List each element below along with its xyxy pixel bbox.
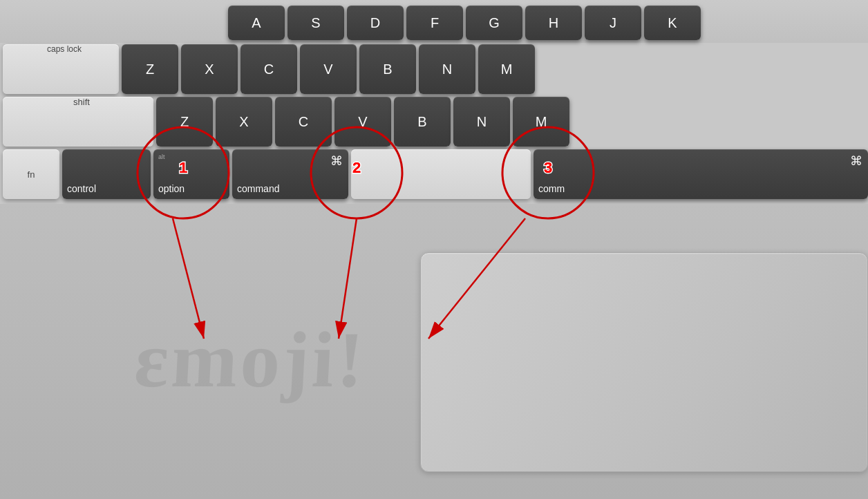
key-K[interactable]: K	[644, 6, 701, 40]
key-control[interactable]: control	[62, 149, 151, 199]
key-C2[interactable]: C	[275, 97, 332, 147]
key-A[interactable]: A	[228, 6, 285, 40]
key-D[interactable]: D	[347, 6, 404, 40]
key-shift[interactable]: shift	[3, 97, 153, 147]
key-C[interactable]: C	[240, 44, 297, 94]
fn-label: fn	[28, 169, 35, 180]
key-H[interactable]: H	[525, 6, 582, 40]
alt-label: alt	[158, 153, 165, 160]
key-X2[interactable]: X	[216, 97, 272, 147]
key-G[interactable]: G	[466, 6, 522, 40]
caps-lock-label: caps lock	[47, 44, 82, 54]
control-label: control	[67, 183, 96, 194]
shift-label: shift	[73, 97, 90, 107]
key-N[interactable]: N	[419, 44, 475, 94]
key-S[interactable]: S	[287, 6, 344, 40]
key-space[interactable]	[351, 149, 531, 199]
key-F[interactable]: F	[406, 6, 463, 40]
key-command[interactable]: ⌘ command	[232, 149, 348, 199]
key-V[interactable]: V	[300, 44, 357, 94]
key-Z2[interactable]: Z	[156, 97, 213, 147]
command-label: command	[237, 183, 279, 194]
command-right-label: comm	[538, 183, 565, 194]
emoji-text: εmoji!	[133, 314, 369, 406]
key-Z[interactable]: Z	[122, 44, 178, 94]
key-B2[interactable]: B	[394, 97, 451, 147]
command-symbol: ⌘	[330, 153, 343, 169]
key-option[interactable]: alt option	[153, 149, 229, 199]
key-M[interactable]: M	[478, 44, 535, 94]
key-command-right[interactable]: ⌘ comm	[534, 149, 868, 199]
key-B[interactable]: B	[359, 44, 416, 94]
key-M2[interactable]: M	[513, 97, 569, 147]
trackpad[interactable]	[420, 252, 868, 472]
command-right-symbol: ⌘	[850, 153, 862, 169]
key-caps-lock[interactable]: caps lock	[3, 44, 119, 94]
key-V2[interactable]: V	[334, 97, 391, 147]
key-J[interactable]: J	[585, 6, 641, 40]
key-fn[interactable]: fn	[3, 149, 59, 199]
option-label: option	[158, 183, 185, 194]
key-N2[interactable]: N	[453, 97, 510, 147]
key-X[interactable]: X	[181, 44, 238, 94]
keyboard-background: A S D F G H J K caps lock Z X C V B N M …	[0, 0, 868, 204]
